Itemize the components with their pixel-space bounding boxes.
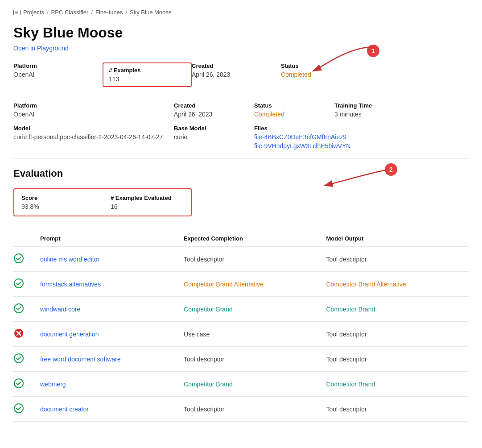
meta-platform-label: Platform	[13, 102, 94, 109]
eval-score-value: 93.8%	[21, 203, 111, 210]
examples-item: # Examples 113	[103, 62, 192, 87]
meta-created-label: Created	[174, 102, 254, 109]
table-header-row: Prompt Expected Completion Model Output	[13, 231, 469, 247]
output-cell: Tool descriptor	[326, 347, 469, 372]
created-label: Created	[192, 62, 281, 69]
breadcrumb-sep-1: /	[47, 9, 49, 16]
output-cell: Tool descriptor	[326, 322, 469, 347]
output-cell: Tool descriptor	[326, 397, 469, 422]
expected-cell: Tool descriptor	[184, 397, 326, 422]
page-wrapper: ▤ Projects / PPC Classifier / Fine-tunes…	[13, 9, 469, 422]
meta-status-value: Completed	[254, 111, 334, 118]
eval-examples-label: # Examples Evaluated	[111, 195, 200, 201]
examples-label: # Examples	[109, 67, 185, 74]
evaluation-title: Evaluation	[13, 168, 469, 179]
created-item: Created April 26, 2023	[192, 62, 281, 87]
expected-cell: Competitor Brand Alternative	[184, 272, 326, 297]
page-title: Sky Blue Moose	[13, 25, 469, 41]
breadcrumb-projects[interactable]: Projects	[23, 9, 44, 16]
breadcrumb-sep-3: /	[125, 9, 127, 16]
eval-score-label: Score	[21, 195, 111, 201]
table-row: free word document softwareTool descript…	[13, 347, 469, 372]
status-cell	[13, 397, 40, 422]
table-row: webmergCompetitor BrandCompetitor Brand	[13, 372, 469, 397]
status-cell	[13, 247, 40, 272]
col-expected-header: Expected Completion	[184, 231, 326, 247]
output-cell: Competitor Brand	[326, 297, 469, 322]
breadcrumb-current: Sky Blue Moose	[130, 9, 172, 16]
table-row: formstack alternativesCompetitor Brand A…	[13, 272, 469, 297]
created-value: April 26, 2023	[192, 71, 281, 78]
breadcrumb-finetunes[interactable]: Fine-tunes	[95, 9, 123, 16]
eval-examples-item: # Examples Evaluated 16	[111, 195, 200, 210]
status-value: Completed	[281, 71, 370, 78]
success-icon	[13, 353, 24, 364]
output-cell: Competitor Brand	[326, 372, 469, 397]
open-playground-link[interactable]: Open in Playground	[13, 45, 69, 52]
meta-files: Files file-4BBxCZ0DeE3efGMfIrnAiez9 file…	[254, 125, 433, 149]
expected-cell: Competitor Brand	[184, 372, 326, 397]
meta-base-model-value: curie	[174, 133, 254, 141]
table-row: document generationUse caseTool descript…	[13, 322, 469, 347]
status-item: Status Completed	[281, 62, 370, 87]
meta-base-model: Base Model curie	[174, 125, 254, 149]
meta-training-time-value: 3 minutes	[334, 111, 424, 118]
expected-cell: Use case	[184, 322, 326, 347]
success-icon	[13, 378, 24, 389]
platform-label: Platform	[13, 62, 103, 69]
col-status-header	[13, 231, 40, 247]
prompt-cell[interactable]: webmerg	[40, 372, 184, 397]
prompt-cell[interactable]: document creator	[40, 397, 184, 422]
meta-model-label: Model	[13, 125, 174, 132]
meta-training-time-label: Training Time	[334, 102, 424, 109]
table-row: document creatorTool descriptorTool desc…	[13, 397, 469, 422]
evaluation-section: 2 Evaluation Score 93.8% # Examples Eval…	[13, 168, 469, 422]
prompt-cell[interactable]: free word document software	[40, 347, 184, 372]
meta-examples-placeholder	[94, 102, 174, 118]
meta-file2[interactable]: file-9VHndpyLgxW3LclhE5biwVYN	[254, 142, 433, 149]
meta-platform-value: OpenAI	[13, 111, 94, 118]
output-cell: Tool descriptor	[326, 247, 469, 272]
output-cell: Competitor Brand Alternative	[326, 272, 469, 297]
prompt-cell[interactable]: online ms word editor	[40, 247, 184, 272]
expected-cell: Competitor Brand	[184, 297, 326, 322]
success-icon	[13, 253, 24, 264]
status-cell	[13, 272, 40, 297]
callout-badge-1: 1	[367, 45, 379, 57]
eval-score-grid: Score 93.8% # Examples Evaluated 16	[13, 188, 192, 216]
col-prompt-header: Prompt	[40, 231, 184, 247]
meta-status-label: Status	[254, 102, 334, 109]
status-cell	[13, 372, 40, 397]
meta-files-label: Files	[254, 125, 433, 132]
prompt-cell[interactable]: document generation	[40, 322, 184, 347]
section-divider	[13, 158, 469, 159]
prompt-cell[interactable]: formstack alternatives	[40, 272, 184, 297]
success-icon	[13, 278, 24, 289]
expected-cell: Tool descriptor	[184, 347, 326, 372]
meta-platform: Platform OpenAI	[13, 102, 94, 118]
status-cell	[13, 347, 40, 372]
breadcrumb: ▤ Projects / PPC Classifier / Fine-tunes…	[13, 9, 469, 16]
col-output-header: Model Output	[326, 231, 469, 247]
status-cell	[13, 297, 40, 322]
meta-base-model-label: Base Model	[174, 125, 254, 132]
meta-model: Model curie:ft-personal:ppc-classifier-2…	[13, 125, 174, 149]
meta-created: Created April 26, 2023	[174, 102, 254, 118]
projects-icon: ▤	[13, 10, 21, 15]
metadata-full: Platform OpenAI Created April 26, 2023 S…	[13, 102, 469, 149]
meta-file1[interactable]: file-4BBxCZ0DeE3efGMfIrnAiez9	[254, 133, 433, 141]
error-icon	[13, 328, 24, 339]
platform-item: Platform OpenAI	[13, 62, 103, 87]
breadcrumb-sep-2: /	[91, 9, 93, 16]
annotation-arrow-2	[246, 159, 469, 203]
prompt-cell[interactable]: windward core	[40, 297, 184, 322]
status-label: Status	[281, 62, 370, 69]
meta-status: Status Completed	[254, 102, 334, 118]
expected-cell: Tool descriptor	[184, 247, 326, 272]
table-row: windward coreCompetitor BrandCompetitor …	[13, 297, 469, 322]
table-row: online ms word editorTool descriptorTool…	[13, 247, 469, 272]
status-cell	[13, 322, 40, 347]
meta-model-value: curie:ft-personal:ppc-classifier-2-2023-…	[13, 133, 174, 141]
breadcrumb-ppc[interactable]: PPC Classifier	[51, 9, 89, 16]
eval-examples-value: 16	[111, 203, 200, 210]
